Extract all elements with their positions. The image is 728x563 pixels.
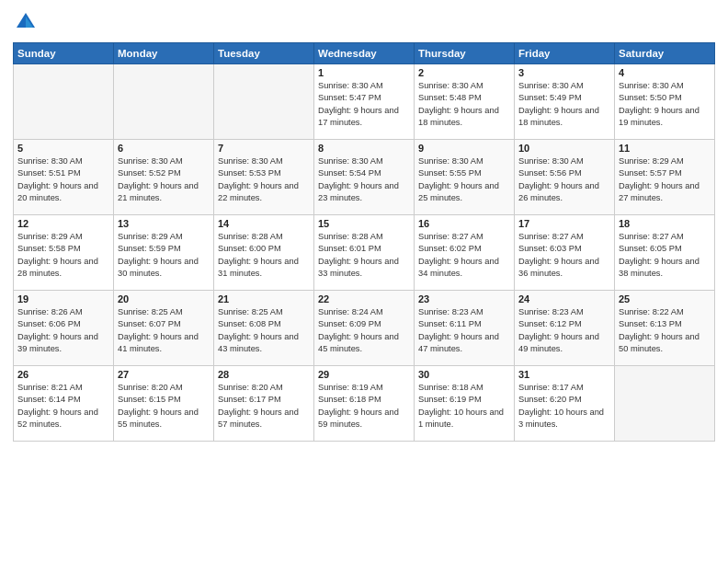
day-number: 19 <box>17 293 109 304</box>
calendar-page: SundayMondayTuesdayWednesdayThursdayFrid… <box>0 0 728 563</box>
week-row-5: 26Sunrise: 8:21 AMSunset: 6:14 PMDayligh… <box>14 366 715 442</box>
day-number: 26 <box>17 369 109 380</box>
calendar-cell: 21Sunrise: 8:25 AMSunset: 6:08 PMDayligh… <box>214 291 314 366</box>
calendar-cell: 3Sunrise: 8:30 AMSunset: 5:49 PMDaylight… <box>515 64 615 140</box>
week-row-3: 12Sunrise: 8:29 AMSunset: 5:58 PMDayligh… <box>14 215 715 291</box>
calendar-cell: 13Sunrise: 8:29 AMSunset: 5:59 PMDayligh… <box>114 215 214 291</box>
calendar-cell: 17Sunrise: 8:27 AMSunset: 6:03 PMDayligh… <box>515 215 615 291</box>
day-number: 16 <box>418 218 510 229</box>
weekday-header-thursday: Thursday <box>415 43 515 64</box>
day-info: Sunrise: 8:29 AMSunset: 5:59 PMDaylight:… <box>118 231 210 281</box>
calendar-cell: 9Sunrise: 8:30 AMSunset: 5:55 PMDaylight… <box>415 140 515 215</box>
day-number: 23 <box>418 293 510 304</box>
day-info: Sunrise: 8:30 AMSunset: 5:55 PMDaylight:… <box>418 155 510 205</box>
day-number: 6 <box>118 143 210 154</box>
day-number: 8 <box>318 143 410 154</box>
day-number: 31 <box>518 369 610 380</box>
calendar-cell: 8Sunrise: 8:30 AMSunset: 5:54 PMDaylight… <box>314 140 415 215</box>
day-number: 21 <box>218 293 310 304</box>
day-info: Sunrise: 8:29 AMSunset: 5:57 PMDaylight:… <box>619 155 711 205</box>
day-info: Sunrise: 8:21 AMSunset: 6:14 PMDaylight:… <box>17 382 109 431</box>
day-info: Sunrise: 8:20 AMSunset: 6:15 PMDaylight:… <box>118 382 210 431</box>
weekday-header-wednesday: Wednesday <box>314 43 415 64</box>
weekday-header-monday: Monday <box>114 43 214 64</box>
day-number: 29 <box>318 369 410 380</box>
day-number: 7 <box>218 143 310 154</box>
day-number: 25 <box>619 293 711 304</box>
header <box>13 9 715 35</box>
day-number: 11 <box>619 143 711 154</box>
day-number: 1 <box>318 67 410 78</box>
calendar-cell: 29Sunrise: 8:19 AMSunset: 6:18 PMDayligh… <box>314 366 415 442</box>
calendar-cell: 27Sunrise: 8:20 AMSunset: 6:15 PMDayligh… <box>114 366 214 442</box>
day-number: 17 <box>518 218 610 229</box>
day-info: Sunrise: 8:28 AMSunset: 6:01 PMDaylight:… <box>318 231 410 281</box>
calendar-cell: 20Sunrise: 8:25 AMSunset: 6:07 PMDayligh… <box>114 291 214 366</box>
day-info: Sunrise: 8:28 AMSunset: 6:00 PMDaylight:… <box>218 231 310 281</box>
day-number: 20 <box>118 293 210 304</box>
day-info: Sunrise: 8:22 AMSunset: 6:13 PMDaylight:… <box>619 306 711 356</box>
logo <box>13 9 42 35</box>
calendar-cell: 12Sunrise: 8:29 AMSunset: 5:58 PMDayligh… <box>14 215 114 291</box>
day-info: Sunrise: 8:29 AMSunset: 5:58 PMDaylight:… <box>17 231 109 281</box>
calendar-cell: 23Sunrise: 8:23 AMSunset: 6:11 PMDayligh… <box>415 291 515 366</box>
day-info: Sunrise: 8:30 AMSunset: 5:54 PMDaylight:… <box>318 155 410 205</box>
day-number: 9 <box>418 143 510 154</box>
day-number: 13 <box>118 218 210 229</box>
day-info: Sunrise: 8:25 AMSunset: 6:07 PMDaylight:… <box>118 306 210 356</box>
day-info: Sunrise: 8:18 AMSunset: 6:19 PMDaylight:… <box>418 382 510 431</box>
day-number: 2 <box>418 67 510 78</box>
day-info: Sunrise: 8:23 AMSunset: 6:12 PMDaylight:… <box>518 306 610 356</box>
day-info: Sunrise: 8:30 AMSunset: 5:53 PMDaylight:… <box>218 155 310 205</box>
day-info: Sunrise: 8:25 AMSunset: 6:08 PMDaylight:… <box>218 306 310 356</box>
day-number: 24 <box>518 293 610 304</box>
day-info: Sunrise: 8:26 AMSunset: 6:06 PMDaylight:… <box>17 306 109 356</box>
day-number: 22 <box>318 293 410 304</box>
day-info: Sunrise: 8:30 AMSunset: 5:47 PMDaylight:… <box>318 80 410 130</box>
day-number: 4 <box>619 67 711 78</box>
calendar-cell: 14Sunrise: 8:28 AMSunset: 6:00 PMDayligh… <box>214 215 314 291</box>
week-row-1: 1Sunrise: 8:30 AMSunset: 5:47 PMDaylight… <box>14 64 715 140</box>
calendar-cell <box>615 366 715 442</box>
calendar-cell: 2Sunrise: 8:30 AMSunset: 5:48 PMDaylight… <box>415 64 515 140</box>
calendar-cell: 16Sunrise: 8:27 AMSunset: 6:02 PMDayligh… <box>415 215 515 291</box>
day-info: Sunrise: 8:30 AMSunset: 5:50 PMDaylight:… <box>619 80 711 130</box>
calendar-cell: 11Sunrise: 8:29 AMSunset: 5:57 PMDayligh… <box>615 140 715 215</box>
week-row-4: 19Sunrise: 8:26 AMSunset: 6:06 PMDayligh… <box>14 291 715 366</box>
day-number: 10 <box>518 143 610 154</box>
weekday-header-saturday: Saturday <box>615 43 715 64</box>
day-info: Sunrise: 8:17 AMSunset: 6:20 PMDaylight:… <box>518 382 610 431</box>
week-row-2: 5Sunrise: 8:30 AMSunset: 5:51 PMDaylight… <box>14 140 715 215</box>
calendar-cell: 22Sunrise: 8:24 AMSunset: 6:09 PMDayligh… <box>314 291 415 366</box>
day-info: Sunrise: 8:27 AMSunset: 6:05 PMDaylight:… <box>619 231 711 281</box>
day-info: Sunrise: 8:30 AMSunset: 5:51 PMDaylight:… <box>17 155 109 205</box>
calendar-cell: 31Sunrise: 8:17 AMSunset: 6:20 PMDayligh… <box>515 366 615 442</box>
day-info: Sunrise: 8:27 AMSunset: 6:02 PMDaylight:… <box>418 231 510 281</box>
logo-icon <box>13 9 39 35</box>
calendar-cell: 4Sunrise: 8:30 AMSunset: 5:50 PMDaylight… <box>615 64 715 140</box>
day-info: Sunrise: 8:19 AMSunset: 6:18 PMDaylight:… <box>318 382 410 431</box>
day-number: 14 <box>218 218 310 229</box>
day-info: Sunrise: 8:27 AMSunset: 6:03 PMDaylight:… <box>518 231 610 281</box>
calendar-cell <box>114 64 214 140</box>
day-info: Sunrise: 8:30 AMSunset: 5:52 PMDaylight:… <box>118 155 210 205</box>
day-number: 30 <box>418 369 510 380</box>
day-info: Sunrise: 8:23 AMSunset: 6:11 PMDaylight:… <box>418 306 510 356</box>
calendar-cell <box>214 64 314 140</box>
calendar-cell: 18Sunrise: 8:27 AMSunset: 6:05 PMDayligh… <box>615 215 715 291</box>
day-number: 3 <box>518 67 610 78</box>
calendar-cell: 25Sunrise: 8:22 AMSunset: 6:13 PMDayligh… <box>615 291 715 366</box>
calendar-cell: 19Sunrise: 8:26 AMSunset: 6:06 PMDayligh… <box>14 291 114 366</box>
weekday-header-friday: Friday <box>515 43 615 64</box>
calendar-cell <box>14 64 114 140</box>
weekday-header-row: SundayMondayTuesdayWednesdayThursdayFrid… <box>14 43 715 64</box>
day-number: 5 <box>17 143 109 154</box>
day-info: Sunrise: 8:20 AMSunset: 6:17 PMDaylight:… <box>218 382 310 431</box>
day-info: Sunrise: 8:30 AMSunset: 5:48 PMDaylight:… <box>418 80 510 130</box>
day-info: Sunrise: 8:30 AMSunset: 5:49 PMDaylight:… <box>518 80 610 130</box>
day-info: Sunrise: 8:24 AMSunset: 6:09 PMDaylight:… <box>318 306 410 356</box>
day-number: 27 <box>118 369 210 380</box>
calendar-cell: 10Sunrise: 8:30 AMSunset: 5:56 PMDayligh… <box>515 140 615 215</box>
weekday-header-sunday: Sunday <box>14 43 114 64</box>
calendar-cell: 15Sunrise: 8:28 AMSunset: 6:01 PMDayligh… <box>314 215 415 291</box>
